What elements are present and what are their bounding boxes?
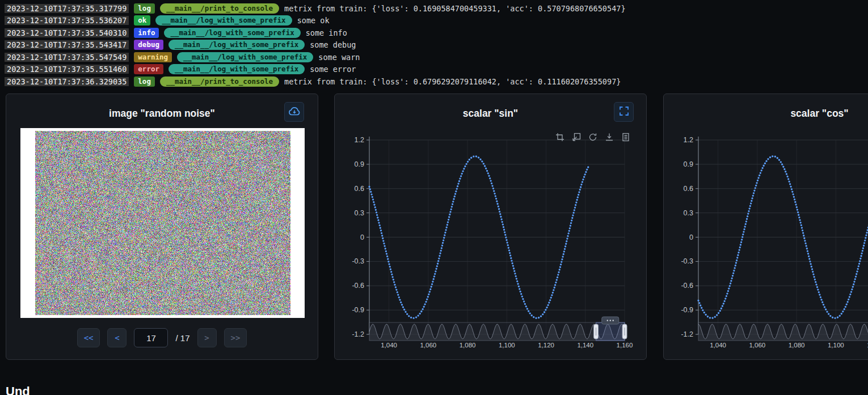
- noise-image: [35, 131, 290, 315]
- svg-text:0: 0: [689, 233, 693, 241]
- log-timestamp: 2023-12-10T17:37:36.329035: [5, 77, 129, 86]
- log-line: 2023-12-10T17:37:35.536207ok__main__/log…: [5, 15, 868, 27]
- last-page-button[interactable]: >>: [224, 328, 247, 347]
- log-line: 2023-12-10T17:37:35.317799log__main__/pr…: [5, 2, 868, 15]
- sin-fullscreen-button[interactable]: [614, 102, 634, 122]
- svg-text:1,140: 1,140: [577, 342, 593, 349]
- next-page-button[interactable]: >: [197, 328, 217, 347]
- image-card-title: image "random noise": [6, 108, 318, 120]
- svg-text:0.9: 0.9: [684, 160, 693, 168]
- image-pagination: << < / 17 > >>: [6, 328, 318, 347]
- svg-text:1,060: 1,060: [749, 342, 765, 349]
- svg-text:1,080: 1,080: [789, 342, 805, 349]
- page-total: / 17: [175, 333, 189, 343]
- log-line: 2023-12-10T17:37:36.329035log__main__/pr…: [5, 75, 868, 88]
- svg-text:0.9: 0.9: [355, 160, 364, 168]
- svg-text:1,100: 1,100: [499, 342, 515, 349]
- log-message: some debug: [310, 40, 356, 49]
- fullscreen-icon: [619, 106, 629, 118]
- first-page-button[interactable]: <<: [77, 328, 100, 347]
- svg-text:-0.6: -0.6: [352, 282, 364, 290]
- log-level-badge: info: [134, 28, 159, 38]
- svg-text:1.2: 1.2: [355, 136, 364, 144]
- log-timestamp: 2023-12-10T17:37:35.317799: [5, 4, 129, 13]
- svg-text:1,100: 1,100: [828, 342, 844, 349]
- log-level-badge: error: [134, 64, 163, 74]
- log-timestamp: 2023-12-10T17:37:35.540310: [5, 28, 129, 37]
- cos-chart[interactable]: 1.20.90.60.30-0.3-0.6-0.9-1.21,0401,0601…: [664, 94, 868, 360]
- log-console: 2023-12-10T17:37:35.317799log__main__/pr…: [0, 0, 868, 90]
- datazoom-window[interactable]: [596, 322, 625, 341]
- log-level-badge: debug: [134, 40, 163, 50]
- footer-heading: Und: [6, 384, 30, 395]
- zoom-back-icon[interactable]: [572, 133, 581, 142]
- image-card: image "random noise" << < / 17 > >>: [6, 94, 318, 360]
- logger-badge: __main__/log_with_some_prefix: [177, 52, 313, 62]
- prev-page-button[interactable]: <: [107, 328, 127, 347]
- log-message: some ok: [297, 16, 330, 25]
- svg-text:-1.2: -1.2: [681, 330, 693, 338]
- restore-icon[interactable]: [588, 133, 597, 142]
- svg-text:0.3: 0.3: [355, 209, 364, 217]
- cloud-download-icon: [288, 107, 301, 118]
- svg-text:1,160: 1,160: [617, 342, 633, 349]
- logger-badge: __main__/log_with_some_prefix: [168, 64, 305, 74]
- cos-card: 1.20.90.60.30-0.3-0.6-0.9-1.21,0401,0601…: [663, 94, 868, 360]
- page-input[interactable]: [134, 328, 168, 347]
- svg-text:1.2: 1.2: [684, 136, 693, 144]
- save-image-icon[interactable]: [605, 133, 614, 142]
- svg-text:-0.9: -0.9: [681, 306, 693, 314]
- logger-badge: __main__/log_with_some_prefix: [155, 15, 292, 26]
- log-level-badge: ok: [134, 15, 150, 26]
- log-message: metrix from train: {'loss': 0.1690584700…: [284, 4, 625, 13]
- svg-text:1,120: 1,120: [538, 342, 554, 349]
- log-timestamp: 2023-12-10T17:37:35.547549: [5, 53, 129, 62]
- log-message: metrix from train: {'loss': 0.6796292079…: [284, 77, 621, 86]
- box-zoom-icon[interactable]: [555, 133, 564, 142]
- log-timestamp: 2023-12-10T17:37:35.536207: [5, 16, 129, 25]
- svg-text:1,080: 1,080: [460, 342, 476, 349]
- log-level-badge: log: [134, 3, 155, 14]
- log-timestamp: 2023-12-10T17:37:35.551460: [5, 65, 129, 74]
- logger-badge: __main__/log_with_some_prefix: [168, 40, 305, 50]
- svg-text:0.3: 0.3: [684, 209, 693, 217]
- logger-badge: __main__/print_to_console: [160, 3, 279, 14]
- svg-text:0: 0: [360, 233, 364, 241]
- svg-text:-0.3: -0.3: [681, 257, 693, 265]
- log-line: 2023-12-10T17:37:35.547549warning__main_…: [5, 51, 868, 63]
- image-download-button[interactable]: [284, 102, 304, 122]
- svg-text:-0.9: -0.9: [352, 306, 364, 314]
- sin-card-title: scalar "sin": [335, 108, 646, 120]
- svg-text:-1.2: -1.2: [352, 330, 364, 338]
- log-message: some info: [306, 28, 347, 37]
- log-timestamp: 2023-12-10T17:37:35.543417: [5, 40, 129, 49]
- image-frame: [20, 128, 305, 318]
- svg-text:1,060: 1,060: [420, 342, 436, 349]
- log-message: some warn: [318, 53, 360, 62]
- log-level-badge: log: [134, 77, 155, 87]
- log-line: 2023-12-10T17:37:35.543417debug__main__/…: [5, 39, 868, 52]
- svg-text:-0.6: -0.6: [681, 282, 693, 290]
- data-view-icon[interactable]: [621, 133, 630, 142]
- sin-toolbox: [555, 133, 630, 142]
- svg-text:0.6: 0.6: [684, 185, 693, 193]
- log-message: some error: [310, 65, 356, 74]
- cos-card-title: scalar "cos": [664, 108, 868, 120]
- sin-card: 1.20.90.60.30-0.3-0.6-0.9-1.21,0401,0601…: [334, 94, 647, 360]
- log-line: 2023-12-10T17:37:35.540310info__main__/l…: [5, 27, 868, 39]
- logger-badge: __main__/log_with_some_prefix: [164, 28, 300, 38]
- svg-text:-0.3: -0.3: [352, 257, 364, 265]
- log-level-badge: warning: [134, 52, 172, 62]
- svg-text:1,040: 1,040: [381, 342, 397, 349]
- svg-text:0.6: 0.6: [355, 185, 364, 193]
- logger-badge: __main__/print_to_console: [160, 77, 279, 87]
- log-line: 2023-12-10T17:37:35.551460error__main__/…: [5, 63, 868, 76]
- svg-text:1,040: 1,040: [710, 342, 726, 349]
